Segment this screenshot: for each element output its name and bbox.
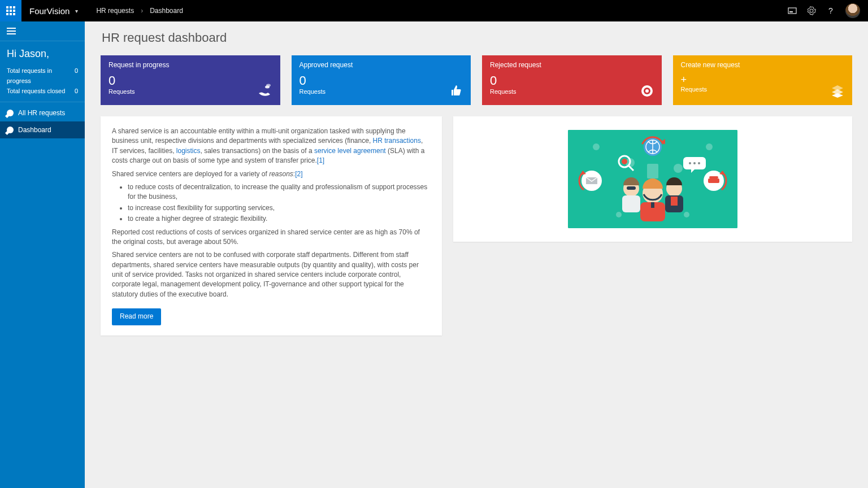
tile-approved[interactable]: Approved request 0 Requests: [292, 55, 471, 105]
sidebar: Hi Jason, Total requests in progress 0 T…: [0, 21, 85, 488]
info-paragraph: Shared service centers are not to be con…: [112, 250, 431, 299]
stack-icon: [831, 84, 844, 99]
tile-label: Requests: [108, 88, 272, 95]
svg-rect-10: [789, 11, 793, 12]
svg-rect-6: [6, 13, 8, 15]
tile-value: 0: [490, 75, 654, 87]
svg-rect-3: [6, 10, 8, 12]
avatar[interactable]: [845, 3, 860, 18]
svg-rect-2: [13, 6, 15, 8]
sidebar-stats: Total requests in progress 0 Total reque…: [0, 63, 85, 102]
link-ref2[interactable]: [2]: [295, 170, 302, 178]
tile-label: Requests: [681, 86, 845, 93]
greeting: Hi Jason,: [0, 41, 85, 63]
task-recorder-icon[interactable]: [788, 6, 797, 15]
tile-value: 0: [300, 75, 463, 87]
sidebar-item-dashboard[interactable]: Dashboard: [0, 121, 85, 138]
tile-value: 0: [108, 75, 272, 87]
svg-point-13: [266, 84, 271, 87]
waffle-icon: [6, 6, 15, 15]
coins-hand-icon: [258, 83, 272, 99]
info-paragraph: Shared service centers are deployed for …: [112, 169, 431, 179]
link-sla[interactable]: service level agreement: [314, 147, 386, 155]
svg-rect-31: [709, 176, 718, 178]
svg-rect-5: [13, 10, 15, 12]
plus-icon: +: [681, 75, 845, 85]
svg-point-33: [689, 162, 691, 164]
tile-create-request[interactable]: Create new request + Requests: [673, 55, 853, 105]
svg-rect-47: [651, 202, 654, 208]
info-paragraph: A shared service is an accountable entit…: [112, 127, 431, 166]
link-logistics[interactable]: logistics: [176, 147, 201, 155]
stat-value: 0: [75, 66, 78, 86]
hamburger-icon: [7, 30, 16, 32]
sidebar-item-label: All HR requests: [18, 109, 65, 117]
svg-rect-41: [627, 186, 636, 190]
list-item: to increase cost flexibility for support…: [128, 203, 431, 213]
illustration-card: [453, 116, 852, 242]
svg-point-38: [622, 159, 627, 164]
stat-row: Total requests closed 0: [7, 86, 78, 96]
breadcrumb-item[interactable]: HR requests: [96, 7, 134, 15]
link-ref1[interactable]: [1]: [317, 156, 324, 164]
thumbs-up-icon: [449, 84, 463, 99]
tile-title: Approved request: [300, 61, 463, 69]
tile-title: Rejected request: [490, 61, 654, 69]
sidebar-item-label: Dashboard: [18, 126, 51, 134]
stat-value: 0: [75, 86, 78, 96]
svg-rect-20: [647, 164, 658, 178]
svg-rect-9: [788, 8, 796, 14]
breadcrumb: HR requests › Dashboard: [86, 7, 183, 15]
svg-point-23: [684, 212, 689, 217]
tile-title: Request in progress: [108, 61, 272, 69]
brand-label: FourVision: [29, 6, 70, 16]
help-icon[interactable]: ?: [826, 6, 835, 15]
tile-label: Requests: [300, 88, 463, 95]
info-bullets: to reduce costs of decentralization, to …: [128, 182, 431, 224]
tile-title: Create new request: [681, 61, 845, 69]
main: HR request dashboard Request in progress…: [85, 21, 868, 488]
stat-label: Total requests in progress: [7, 66, 75, 86]
stat-row: Total requests in progress 0: [7, 66, 78, 86]
sidebar-toggle[interactable]: [0, 21, 85, 41]
chat-icon: [7, 110, 14, 116]
sidebar-nav: All HR requests Dashboard: [0, 102, 85, 138]
breadcrumb-item[interactable]: Dashboard: [150, 7, 183, 15]
breadcrumb-separator: ›: [141, 7, 143, 15]
stat-label: Total requests closed: [7, 86, 65, 96]
svg-rect-4: [10, 10, 12, 12]
shared-service-illustration: [568, 130, 737, 228]
info-paragraph: Reported cost reductions of costs of ser…: [112, 228, 431, 247]
list-item: to create a higher degree of strategic f…: [128, 214, 431, 224]
tile-label: Requests: [490, 88, 654, 95]
svg-point-16: [645, 89, 649, 93]
svg-point-18: [593, 143, 600, 150]
svg-rect-30: [708, 178, 719, 183]
svg-rect-8: [13, 13, 15, 15]
topbar: FourVision ▾ HR requests › Dashboard ?: [0, 0, 868, 21]
page-title: HR request dashboard: [102, 30, 852, 45]
tiles-row: Request in progress 0 Requests Approved …: [101, 55, 852, 105]
svg-point-34: [693, 162, 696, 164]
svg-rect-7: [10, 13, 12, 15]
gear-icon[interactable]: [807, 6, 816, 15]
target-icon: [640, 84, 654, 99]
tile-rejected[interactable]: Rejected request 0 Requests: [482, 55, 662, 105]
link-hr-transactions[interactable]: HR transactions: [373, 137, 421, 145]
chat-icon: [7, 127, 14, 133]
brand[interactable]: FourVision ▾: [21, 6, 86, 16]
app-launcher[interactable]: [0, 0, 21, 21]
svg-text:?: ?: [828, 6, 833, 15]
svg-rect-1: [10, 6, 12, 8]
info-card: A shared service is an accountable entit…: [101, 116, 442, 336]
sidebar-item-all-hr-requests[interactable]: All HR requests: [0, 104, 85, 121]
content-row: A shared service is an accountable entit…: [101, 116, 852, 336]
read-more-button[interactable]: Read more: [112, 308, 161, 325]
svg-rect-44: [671, 197, 678, 206]
tile-in-progress[interactable]: Request in progress 0 Requests: [101, 55, 280, 105]
svg-rect-0: [6, 6, 8, 8]
topbar-actions: ?: [788, 3, 868, 18]
svg-point-35: [698, 162, 700, 164]
svg-point-22: [616, 212, 622, 217]
list-item: to reduce costs of decentralization, to …: [128, 182, 431, 202]
